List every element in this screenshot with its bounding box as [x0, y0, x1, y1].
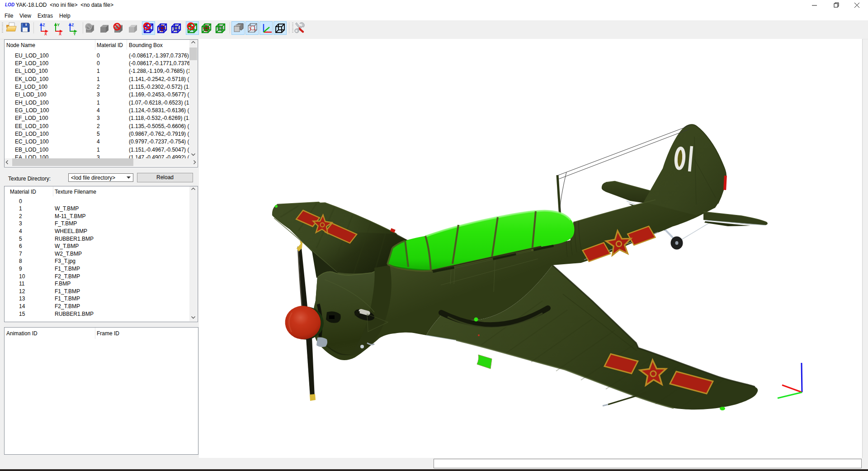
svg-text:X: X [59, 32, 61, 36]
svg-text:Y: Y [57, 23, 60, 27]
svg-text:X: X [44, 32, 47, 36]
svg-text:Z: Z [71, 23, 74, 27]
svg-text:Z: Z [42, 23, 45, 27]
svg-text:Y: Y [73, 32, 76, 36]
